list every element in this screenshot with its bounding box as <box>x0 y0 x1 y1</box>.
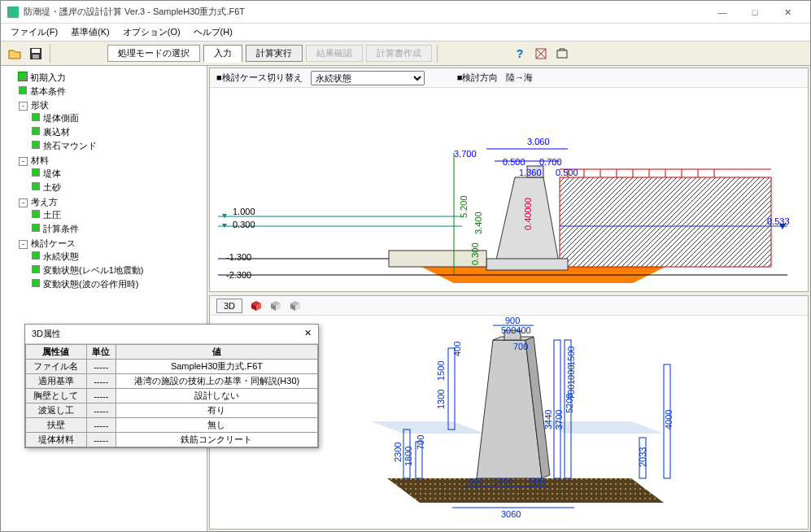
titlebar: 防潮堤・護岸の設計計算 Ver.3 - SampleH30重力式.F6T ― □… <box>1 1 810 24</box>
main-area: ■検討ケース切り替え 永続状態 ■検討方向 陸→海 <box>207 66 810 531</box>
case-select[interactable]: 永続状態 <box>311 71 425 85</box>
expand-icon[interactable]: - <box>19 157 28 166</box>
section-2d: ■検討ケース切り替え 永続状態 ■検討方向 陸→海 <box>209 68 809 292</box>
tab-input[interactable]: 入力 <box>203 45 242 63</box>
help-icon[interactable]: ? <box>511 45 529 63</box>
tree-item[interactable]: 永続状態 <box>43 251 79 261</box>
tab-run[interactable]: 計算実行 <box>246 45 303 62</box>
tree-item[interactable]: 変動状態(波の谷作用時) <box>43 279 138 289</box>
menu-help[interactable]: ヘルプ(H) <box>187 24 239 40</box>
cube-red-icon[interactable] <box>251 300 262 312</box>
svg-text:1500: 1500 <box>566 347 576 366</box>
svg-text:1300: 1300 <box>436 390 446 409</box>
svg-marker-56 <box>371 421 485 434</box>
table-row: 波返し工-----有り <box>26 403 318 418</box>
tree-item[interactable]: 計算条件 <box>43 224 79 233</box>
btn-3d[interactable]: 3D <box>216 299 242 313</box>
svg-marker-57 <box>534 421 664 434</box>
controls-3d: 3D <box>210 296 808 316</box>
tree-view[interactable]: 初期入力 基本条件 -形状 堤体側面 裏込材 捨石マウンド -材料 堤体 土砂 … <box>1 66 207 531</box>
tree-item[interactable]: 土圧 <box>43 210 61 220</box>
tree-item[interactable]: 初期入力 <box>30 72 66 82</box>
svg-text:-1.300: -1.300 <box>226 252 251 262</box>
svg-text:3.400: 3.400 <box>473 211 483 234</box>
panel-title: 3D属性 <box>32 328 61 340</box>
tab-report[interactable]: 計算書作成 <box>366 45 432 62</box>
tree-item[interactable]: 裏込材 <box>43 127 70 137</box>
svg-text:3700: 3700 <box>554 410 564 430</box>
svg-rect-5 <box>560 177 771 267</box>
svg-text:1.000: 1.000 <box>233 207 255 216</box>
menu-options[interactable]: オプション(O) <box>116 24 187 40</box>
expand-icon[interactable]: - <box>19 102 28 111</box>
svg-text:0.700: 0.700 <box>539 157 562 167</box>
tree-item[interactable]: 材料 <box>31 155 49 165</box>
toolbar: 処理モードの選択 入力 計算実行 結果確認 計算書作成 ? <box>1 41 810 66</box>
cube-gray-icon[interactable] <box>270 300 281 312</box>
svg-text:1800: 1800 <box>403 447 413 466</box>
save-icon[interactable] <box>27 45 45 63</box>
svg-text:3.060: 3.060 <box>527 137 550 146</box>
mode-label: 処理モードの選択 <box>107 45 200 62</box>
svg-text:400: 400 <box>452 342 462 356</box>
minimize-button[interactable]: ― <box>706 2 739 22</box>
svg-rect-64 <box>448 348 455 430</box>
svg-rect-7 <box>486 259 568 270</box>
tree-item[interactable]: 考え方 <box>31 197 58 207</box>
panel-close-icon[interactable]: ✕ <box>304 328 312 340</box>
svg-text:0.500: 0.500 <box>556 168 578 177</box>
svg-text:0.300: 0.300 <box>233 220 255 229</box>
content-area: 初期入力 基本条件 -形状 堤体側面 裏込材 捨石マウンド -材料 堤体 土砂 … <box>1 66 810 531</box>
menu-standards[interactable]: 基準値(K) <box>64 24 116 40</box>
tool-icon-2[interactable] <box>553 45 571 63</box>
svg-text:1.360: 1.360 <box>519 168 542 177</box>
cube-gray2-icon[interactable] <box>290 300 301 312</box>
expand-icon[interactable]: - <box>19 198 28 207</box>
table-row: 堤体材料-----鉄筋コンクリート <box>26 433 318 447</box>
diagram-2d[interactable]: 3.700 3.060 0.500 0.700 1.360 0.500 5.20… <box>210 88 808 291</box>
svg-text:0.500: 0.500 <box>503 157 525 167</box>
svg-text:700: 700 <box>513 342 528 351</box>
svg-text:1500: 1500 <box>436 361 446 381</box>
tree-item[interactable]: 検討ケース <box>31 238 76 248</box>
tree-item[interactable]: 堤体 <box>43 168 61 178</box>
svg-rect-3 <box>557 50 567 58</box>
svg-rect-2 <box>33 55 39 59</box>
tree-item[interactable]: 捨石マウンド <box>43 141 97 150</box>
controls-row: ■検討ケース切り替え 永続状態 ■検討方向 陸→海 <box>210 68 808 88</box>
svg-text:1360: 1360 <box>493 477 512 486</box>
open-icon[interactable] <box>6 45 24 63</box>
svg-text:0.40000: 0.40000 <box>523 198 533 230</box>
svg-text:4000: 4000 <box>664 410 674 430</box>
svg-text:700: 700 <box>566 385 576 399</box>
svg-text:3.700: 3.700 <box>454 149 477 159</box>
svg-text:500: 500 <box>469 477 483 486</box>
table-row: 適用基準-----港湾の施設の技術上の基準・同解説(H30) <box>26 374 318 389</box>
svg-text:3060: 3060 <box>501 509 521 519</box>
svg-text:-2.300: -2.300 <box>226 270 251 280</box>
tree-item[interactable]: 変動状態(レベル1地震動) <box>43 265 143 275</box>
svg-text:0.300: 0.300 <box>470 242 480 265</box>
menu-bar: ファイル(F) 基準値(K) オプション(O) ヘルプ(H) <box>1 24 810 41</box>
table-row: 扶壁-----無し <box>26 418 318 433</box>
attributes-panel[interactable]: 3D属性 ✕ 属性値 単位 値 ファイル名-----SampleH30重力式.F… <box>24 324 319 448</box>
svg-text:3440: 3440 <box>543 410 553 430</box>
close-button[interactable]: ✕ <box>771 2 804 22</box>
col-unit: 単位 <box>86 345 116 360</box>
menu-file[interactable]: ファイル(F) <box>4 24 64 40</box>
window-title: 防潮堤・護岸の設計計算 Ver.3 - SampleH30重力式.F6T <box>24 6 706 18</box>
maximize-button[interactable]: □ <box>739 2 771 22</box>
svg-text:2300: 2300 <box>393 443 403 462</box>
tree-item[interactable]: 基本条件 <box>30 86 66 96</box>
tool-icon-1[interactable] <box>532 45 550 63</box>
app-icon <box>7 7 19 18</box>
tab-result[interactable]: 結果確認 <box>306 45 363 62</box>
tree-item[interactable]: 堤体側面 <box>43 113 79 123</box>
direction-value: 陸→海 <box>506 72 533 84</box>
svg-text:1000: 1000 <box>566 365 576 385</box>
tree-item[interactable]: 土砂 <box>43 182 61 192</box>
svg-text:2033: 2033 <box>638 447 647 467</box>
svg-text:500400: 500400 <box>501 325 531 335</box>
tree-item[interactable]: 形状 <box>31 100 49 110</box>
expand-icon[interactable]: - <box>19 240 28 249</box>
